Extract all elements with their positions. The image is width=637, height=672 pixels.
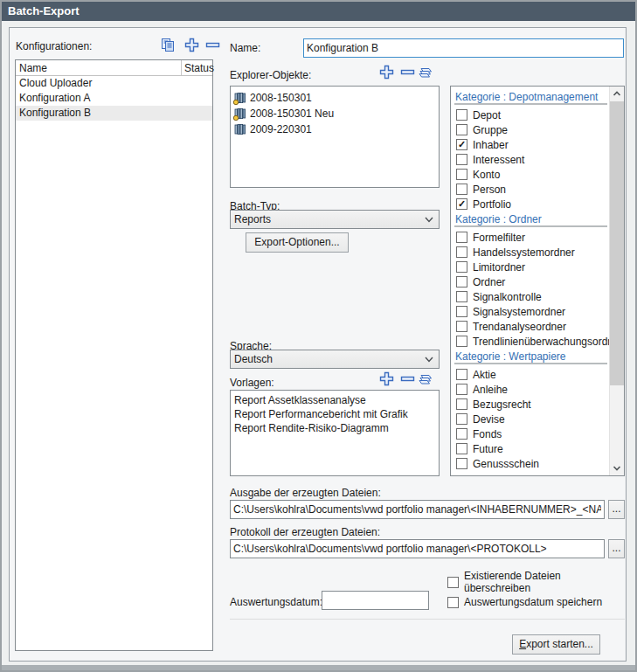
- column-status[interactable]: Status: [181, 60, 212, 75]
- category-item[interactable]: Handelssystemordner: [454, 245, 609, 260]
- category-item[interactable]: Interessent: [454, 152, 609, 167]
- config-list-header[interactable]: Name Status: [16, 60, 212, 76]
- checkbox[interactable]: [456, 109, 467, 121]
- explorer-item[interactable]: 2008-150301 Neu: [231, 106, 439, 121]
- category-item[interactable]: Signalsystemordner: [454, 304, 609, 319]
- checkbox[interactable]: [456, 232, 467, 243]
- checkbox[interactable]: [456, 336, 467, 347]
- category-item[interactable]: Signalkontrolle: [454, 289, 609, 304]
- category-item[interactable]: Devise: [454, 412, 609, 426]
- checkbox-label: Signalkontrolle: [473, 291, 542, 303]
- copy-icon[interactable]: [160, 38, 177, 53]
- ausgabe-browse-button[interactable]: ...: [608, 500, 625, 519]
- checkbox[interactable]: [456, 369, 467, 380]
- remove-icon[interactable]: [400, 65, 418, 80]
- explorer-item-label: 2009-220301: [250, 123, 312, 135]
- protokoll-label: Protokoll der erzeugten Dateien:: [230, 526, 380, 538]
- sprache-select[interactable]: Deutsch: [230, 350, 440, 369]
- ausgabe-path-input[interactable]: [230, 500, 605, 519]
- vorlagen-item[interactable]: Report Assetklassenanalyse: [231, 393, 439, 407]
- export-starten-button[interactable]: Export starten...: [512, 634, 600, 655]
- checkbox[interactable]: [456, 443, 467, 454]
- portfolio-icon: [233, 91, 247, 105]
- category-item[interactable]: Gruppe: [454, 122, 609, 137]
- scroll-up-button[interactable]: [610, 87, 624, 101]
- checkbox[interactable]: [456, 384, 467, 395]
- config-row-name: Cloud Uploader: [16, 76, 181, 91]
- category-heading: Kategorie : Wertpapiere: [454, 350, 607, 364]
- batch-typ-select[interactable]: Reports: [230, 210, 440, 229]
- add-icon[interactable]: [379, 65, 397, 80]
- checkbox[interactable]: [456, 306, 467, 317]
- main-panel: Konfigurationen: Name: [9, 27, 627, 662]
- checkbox[interactable]: [456, 184, 467, 195]
- category-item[interactable]: Depot: [454, 107, 609, 122]
- checkbox[interactable]: [456, 291, 467, 302]
- add-icon[interactable]: [379, 371, 397, 387]
- column-name[interactable]: Name: [16, 60, 181, 75]
- explorer-item[interactable]: 2008-150301: [231, 90, 439, 106]
- category-item[interactable]: Bezugsrecht: [454, 397, 609, 412]
- category-item[interactable]: Trendanalyseordner: [454, 319, 609, 334]
- checkbox[interactable]: [456, 398, 467, 410]
- category-item[interactable]: Genussschein: [454, 456, 609, 471]
- remove-icon[interactable]: [205, 38, 223, 53]
- category-item[interactable]: Anleihe: [454, 382, 609, 397]
- category-item[interactable]: ✓Inhaber: [454, 137, 609, 152]
- checkbox[interactable]: ✓: [456, 198, 467, 210]
- category-item[interactable]: Formelfilter: [454, 230, 609, 245]
- checkbox[interactable]: [456, 458, 467, 469]
- config-row[interactable]: Konfiguration A: [16, 91, 212, 106]
- checkbox[interactable]: ✓: [456, 139, 467, 150]
- auswertungsdatum-input[interactable]: [322, 591, 429, 610]
- protokoll-browse-button[interactable]: ...: [608, 539, 625, 558]
- checkbox[interactable]: [456, 413, 467, 425]
- portfolio-icon: [233, 122, 247, 136]
- remove-icon[interactable]: [400, 371, 418, 387]
- checkbox[interactable]: [456, 261, 467, 273]
- checkbox[interactable]: [456, 321, 467, 332]
- config-row-name: Konfiguration A: [16, 91, 181, 106]
- vorlagen-item[interactable]: Report Rendite-Risiko-Diagramm: [231, 421, 439, 435]
- checkbox-label: Depot: [473, 109, 501, 121]
- kategorien-panel: Kategorie : DepotmanagementDepotGruppe✓I…: [450, 86, 625, 476]
- category-item[interactable]: Future: [454, 441, 609, 456]
- checkbox-label: Limitordner: [473, 261, 525, 274]
- checkbox[interactable]: [456, 154, 467, 165]
- save-date-checkbox-row[interactable]: Auswertungsdatum speichern: [446, 596, 602, 608]
- category-item[interactable]: Aktie: [454, 367, 609, 382]
- cascade-icon[interactable]: [418, 371, 435, 387]
- checkbox[interactable]: [456, 276, 467, 288]
- category-item[interactable]: Fonds: [454, 426, 609, 441]
- explorer-item[interactable]: 2009-220301: [231, 121, 439, 137]
- config-row-name: Konfiguration B: [16, 106, 181, 121]
- scroll-down-button[interactable]: [610, 461, 624, 475]
- vorlagen-item[interactable]: Report Performancebericht mit Grafik: [231, 407, 439, 421]
- batch-typ-value: Reports: [234, 213, 271, 225]
- category-item[interactable]: Ordner: [454, 274, 609, 289]
- portfolio-icon: [233, 107, 247, 121]
- checkbox[interactable]: [456, 246, 467, 258]
- title-bar[interactable]: Batch-Export: [2, 2, 635, 21]
- checkbox[interactable]: [456, 169, 467, 180]
- category-item[interactable]: Trendlinienüberwachungsordner: [454, 334, 609, 349]
- config-row[interactable]: Cloud Uploader: [16, 76, 212, 91]
- scrollbar-thumb[interactable]: [610, 101, 624, 385]
- checkbox-label: Fonds: [473, 428, 502, 440]
- checkbox[interactable]: [447, 577, 459, 588]
- category-item[interactable]: ✓Portfolio: [454, 197, 609, 211]
- add-icon[interactable]: [184, 38, 202, 53]
- category-item[interactable]: Limitordner: [454, 260, 609, 274]
- protokoll-path-input[interactable]: [230, 539, 605, 558]
- checkbox[interactable]: [447, 597, 459, 608]
- checkbox[interactable]: [456, 124, 467, 135]
- overwrite-checkbox-row[interactable]: Existierende Dateien überschreiben: [446, 570, 626, 594]
- category-item[interactable]: Person: [454, 182, 609, 197]
- category-item[interactable]: Konto: [454, 167, 609, 182]
- kategorien-scrollbar[interactable]: [609, 87, 624, 475]
- export-optionen-button[interactable]: Export-Optionen...: [246, 232, 349, 253]
- config-row[interactable]: Konfiguration B: [16, 106, 212, 121]
- name-input[interactable]: [303, 38, 624, 58]
- checkbox[interactable]: [456, 428, 467, 440]
- cascade-icon[interactable]: [418, 65, 435, 80]
